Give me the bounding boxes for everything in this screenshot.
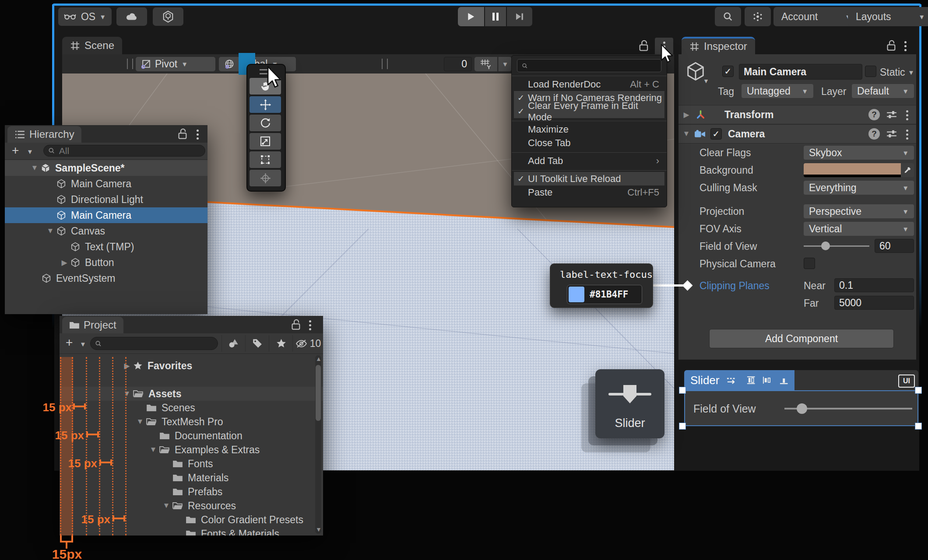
- scale-tool-button[interactable]: [250, 133, 281, 150]
- tab-hierarchy[interactable]: Hierarchy: [7, 126, 81, 143]
- clear-flags-dropdown[interactable]: Skybox▼: [804, 146, 914, 160]
- global-search-button[interactable]: [715, 7, 741, 26]
- physical-camera-checkbox[interactable]: [804, 258, 815, 269]
- grid-visibility-button[interactable]: [475, 57, 497, 71]
- fov-slider-handle[interactable]: [821, 242, 830, 250]
- toolbar-drag-handle[interactable]: [127, 59, 133, 69]
- menu-item-paste[interactable]: PasteCtrl+F5: [514, 186, 664, 199]
- uibuilder-selected-element[interactable]: Field of View: [684, 390, 918, 426]
- project-search-input[interactable]: [105, 338, 213, 349]
- play-button[interactable]: [458, 7, 484, 26]
- filter-by-type-button[interactable]: [221, 335, 246, 352]
- toolbar-drag-handle[interactable]: [382, 59, 388, 69]
- favorites-filter-button[interactable]: [269, 335, 293, 352]
- menu-item-clear-every-frame[interactable]: ✓Clear Every Frame in Edit Mode: [514, 105, 664, 118]
- pause-button[interactable]: [485, 7, 506, 26]
- fov-value-field[interactable]: [875, 239, 914, 253]
- icon-dropdown[interactable]: ▼: [703, 78, 709, 84]
- static-checkbox[interactable]: [865, 66, 876, 77]
- hidden-count-button[interactable]: 10: [292, 335, 323, 352]
- hierarchy-search[interactable]: [43, 145, 205, 157]
- camera-component-header[interactable]: ▼ ✓ Camera ?: [678, 124, 916, 144]
- foldout-icon[interactable]: ▼: [147, 445, 159, 454]
- scroll-up-icon[interactable]: ▲: [316, 355, 322, 362]
- tab-project[interactable]: Project: [62, 317, 123, 333]
- filter-by-label-button[interactable]: [245, 335, 269, 352]
- hierarchy-row[interactable]: EventSystem: [5, 270, 207, 286]
- scroll-down-icon[interactable]: ▼: [316, 526, 322, 533]
- lock-open-icon[interactable]: [638, 39, 650, 52]
- step-button[interactable]: [507, 7, 532, 26]
- static-dropdown[interactable]: ▼: [908, 69, 914, 76]
- account-dropdown[interactable]: Account▼: [773, 7, 859, 26]
- menu-item-maximize[interactable]: Maximize: [514, 122, 664, 136]
- fov-slider-track[interactable]: [804, 245, 869, 247]
- project-scrollbar[interactable]: ▲ ▼: [315, 355, 321, 534]
- culling-mask-dropdown[interactable]: Everything▼: [804, 181, 914, 195]
- hierarchy-menu-button[interactable]: [197, 130, 199, 132]
- presets-icon[interactable]: [886, 110, 897, 119]
- tag-dropdown[interactable]: Untagged▼: [742, 84, 813, 98]
- grid-visibility-dropdown[interactable]: ▼: [498, 57, 512, 71]
- add-component-button[interactable]: Add Component: [709, 329, 894, 348]
- hierarchy-search-input[interactable]: [58, 145, 200, 157]
- lock-open-icon[interactable]: [177, 128, 188, 140]
- foldout-icon[interactable]: ▶: [121, 361, 133, 371]
- lock-open-icon[interactable]: [291, 318, 302, 331]
- object-name-field[interactable]: [739, 64, 862, 80]
- project-search[interactable]: [90, 337, 218, 350]
- menu-item-add-tab[interactable]: Add Tab›: [514, 154, 664, 168]
- project-menu-button[interactable]: [309, 320, 311, 322]
- help-icon[interactable]: ?: [868, 109, 880, 120]
- pivot-dropdown[interactable]: Pivot▼: [136, 57, 215, 71]
- foldout-icon[interactable]: ▼: [28, 164, 41, 172]
- add-object-dropdown[interactable]: ▼: [27, 148, 33, 155]
- eyedropper-button[interactable]: [901, 163, 914, 177]
- add-asset-dropdown[interactable]: ▼: [80, 341, 86, 347]
- foldout-icon[interactable]: ▶: [58, 258, 70, 267]
- ui-slider-handle[interactable]: [797, 403, 807, 414]
- foldout-icon[interactable]: ▼: [121, 389, 133, 398]
- menu-search-input[interactable]: [531, 60, 657, 71]
- scrollbar-thumb[interactable]: [316, 365, 321, 421]
- library-item-slider-card[interactable]: Slider: [595, 369, 664, 438]
- hierarchy-row[interactable]: ▼ Canvas: [5, 223, 207, 239]
- transform-tool-button[interactable]: [250, 170, 281, 186]
- foldout-icon[interactable]: ▼: [134, 417, 146, 426]
- uibuilder-selected-tab[interactable]: Slider: [684, 370, 794, 390]
- package-manager-button[interactable]: [153, 7, 183, 26]
- background-color-field[interactable]: [804, 163, 914, 177]
- services-button[interactable]: [745, 7, 771, 26]
- rotate-tool-button[interactable]: [250, 115, 281, 131]
- selection-handle[interactable]: [915, 423, 922, 430]
- hierarchy-row-selected[interactable]: Main Camera: [5, 207, 207, 223]
- selection-handle[interactable]: [679, 423, 686, 430]
- presets-icon[interactable]: [886, 129, 897, 139]
- fov-axis-dropdown[interactable]: Vertical▼: [804, 222, 914, 236]
- rect-tool-button[interactable]: [250, 151, 281, 168]
- menu-item-ui-toolkit-live-reload[interactable]: ✓UI Toolkit Live Reload: [514, 172, 664, 186]
- hierarchy-row[interactable]: Main Camera: [5, 176, 207, 192]
- os-mode-dropdown[interactable]: OS▼: [58, 7, 112, 26]
- layouts-dropdown[interactable]: Layouts▼: [848, 7, 928, 26]
- hierarchy-row[interactable]: Text (TMP): [5, 239, 207, 255]
- tab-scene[interactable]: Scene: [62, 37, 122, 54]
- lock-open-icon[interactable]: [886, 39, 897, 52]
- help-icon[interactable]: ?: [868, 128, 880, 140]
- menu-item-load-renderdoc[interactable]: Load RenderDocAlt + C: [514, 77, 664, 91]
- component-enabled-checkbox[interactable]: ✓: [710, 128, 722, 140]
- add-object-button[interactable]: +: [12, 144, 19, 158]
- foldout-icon[interactable]: ▼: [44, 227, 56, 235]
- hierarchy-row-scene[interactable]: ▼ SampleScene*: [5, 160, 207, 176]
- component-menu-icon[interactable]: [906, 110, 908, 112]
- component-menu-icon[interactable]: [906, 130, 908, 132]
- active-checkbox[interactable]: ✓: [722, 66, 734, 77]
- foldout-icon[interactable]: ▼: [680, 130, 692, 138]
- selection-handle[interactable]: [915, 387, 922, 394]
- menu-item-close-tab[interactable]: Close Tab: [514, 136, 664, 150]
- hierarchy-row[interactable]: Directional Light: [5, 192, 207, 207]
- foldout-icon[interactable]: ▼: [160, 501, 172, 510]
- near-field[interactable]: [834, 278, 914, 292]
- color-swatch[interactable]: [804, 163, 901, 177]
- add-asset-button[interactable]: +: [66, 336, 73, 350]
